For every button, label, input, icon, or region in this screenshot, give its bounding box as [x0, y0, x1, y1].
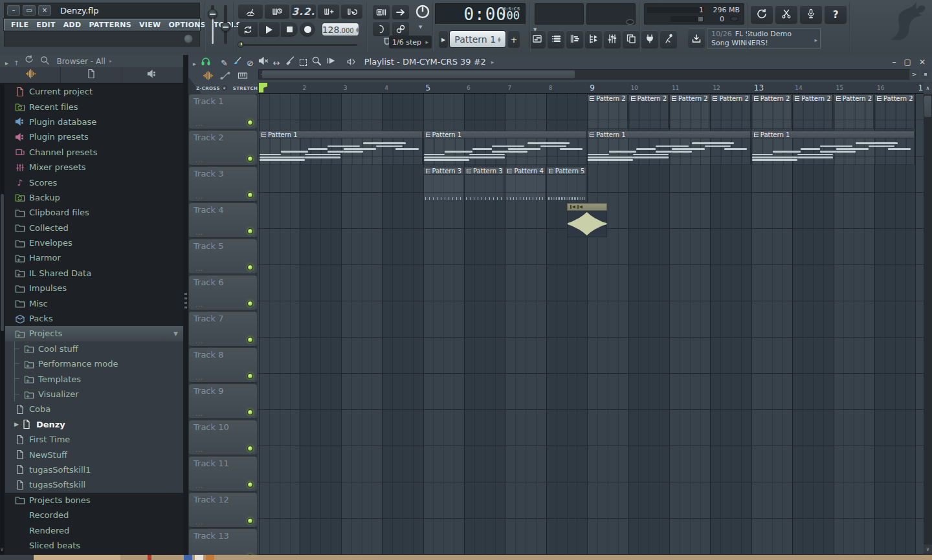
- scroll-up-button[interactable]: ∧: [924, 82, 932, 94]
- clip-header[interactable]: Pattern 3: [423, 167, 463, 175]
- track-led[interactable]: [247, 518, 253, 524]
- download-button[interactable]: [688, 28, 705, 48]
- playlist-maximize-button[interactable]: ▢: [904, 58, 911, 67]
- track-header-5[interactable]: Track 5...: [189, 239, 257, 274]
- browser-item-cool-stuff[interactable]: Cool stuff: [5, 341, 183, 356]
- clip-pattern-2[interactable]: Pattern 2: [874, 94, 915, 129]
- tempo-display[interactable]: 128.000▲▼: [322, 23, 359, 36]
- typing-keyboard-button[interactable]: [373, 5, 390, 19]
- menu-file[interactable]: FILE: [7, 21, 32, 29]
- browser-item-coba[interactable]: Coba: [5, 402, 183, 416]
- track-options[interactable]: ...: [195, 229, 204, 236]
- track-header-13[interactable]: Track 13...: [189, 529, 257, 555]
- track-options[interactable]: ...: [195, 410, 204, 417]
- record-button[interactable]: [300, 21, 315, 37]
- track-options[interactable]: ...: [195, 120, 204, 127]
- shuffle-slider-knob[interactable]: [238, 41, 244, 48]
- track-options[interactable]: ...: [195, 301, 204, 308]
- piano-roll-button[interactable]: [566, 30, 583, 48]
- slip-tool[interactable]: ⊘: [247, 58, 254, 68]
- clip-pattern-2[interactable]: Pattern 2: [669, 94, 709, 129]
- slice-tool[interactable]: [285, 56, 295, 66]
- clip-header[interactable]: Pattern 5: [546, 167, 586, 175]
- browser-item-harmor[interactable]: Harmor: [5, 250, 183, 265]
- arrow-tool[interactable]: ▸: [193, 60, 196, 67]
- loop-record-button[interactable]: [341, 4, 362, 19]
- chevron-down-icon[interactable]: ▼: [173, 330, 178, 337]
- track-header-3[interactable]: Track 3...: [189, 167, 257, 202]
- song-loop-button[interactable]: [238, 21, 258, 37]
- track-options[interactable]: ...: [195, 519, 204, 526]
- help-button[interactable]: ?: [825, 5, 847, 24]
- browser-item-envelopes[interactable]: Envelopes: [5, 235, 183, 250]
- track-led[interactable]: [247, 120, 253, 125]
- playhead-flag[interactable]: [259, 83, 267, 92]
- track-led[interactable]: [247, 228, 253, 234]
- track-options[interactable]: ...: [195, 156, 204, 164]
- playlist-close-button[interactable]: ✕: [919, 58, 926, 67]
- undo-button[interactable]: [751, 5, 773, 24]
- select-tool[interactable]: [300, 59, 307, 66]
- browser-item-tugassoftskill[interactable]: tugasSoftskill: [5, 477, 183, 492]
- clip-header[interactable]: Pattern 3: [464, 167, 504, 175]
- pattern-spinner[interactable]: ▲▼: [498, 37, 501, 42]
- clip-header[interactable]: Pattern 1: [259, 131, 423, 138]
- pedal-button[interactable]: [373, 21, 390, 36]
- browser-item-plugin-database[interactable]: Plugin database: [5, 114, 183, 129]
- close-button[interactable]: ×: [38, 5, 51, 16]
- browser-tab-file[interactable]: [61, 67, 122, 83]
- clip-pattern-3[interactable]: Pattern 3: [423, 167, 463, 202]
- browser-item-sliced-beats[interactable]: Sliced beats: [5, 538, 183, 553]
- stop-button[interactable]: [281, 21, 298, 37]
- scroll-down-icon[interactable]: ∨: [0, 546, 4, 552]
- browser-scrollbar-thumb[interactable]: [1, 194, 4, 331]
- taskbar-icon[interactable]: [184, 555, 192, 560]
- touch-controller-button[interactable]: [660, 30, 677, 48]
- track-options[interactable]: ...: [195, 446, 204, 453]
- headphones-tool[interactable]: [201, 56, 211, 66]
- menu-add[interactable]: ADD: [60, 21, 85, 29]
- taskbar-app[interactable]: [34, 555, 120, 560]
- track-led[interactable]: [247, 337, 253, 343]
- browser-item-tugassoftskill1[interactable]: tugasSoftskill1: [5, 462, 183, 477]
- minimize-button[interactable]: –: [7, 5, 20, 16]
- track-header-4[interactable]: Track 4...: [189, 203, 257, 238]
- browser-item-clipboard-files[interactable]: Clipboard files: [5, 205, 183, 220]
- browser-item-current-project[interactable]: Current project: [5, 84, 183, 99]
- track-led[interactable]: [247, 192, 253, 198]
- taskbar-icon[interactable]: [195, 555, 203, 560]
- clip-header[interactable]: [567, 203, 607, 211]
- browser-item-projects[interactable]: Projects▼: [5, 326, 183, 341]
- playlist-grid[interactable]: Pattern 2Pattern 2Pattern 2Pattern 2Patt…: [258, 94, 924, 555]
- browser-tab-waveform[interactable]: [0, 67, 61, 83]
- browser-item-performance-mode[interactable]: Performance mode: [5, 356, 183, 371]
- taskbar-start[interactable]: [0, 555, 34, 560]
- plugin-picker-button[interactable]: [623, 30, 639, 48]
- clip-pattern-2[interactable]: Pattern 2: [587, 94, 627, 129]
- os-taskbar[interactable]: [0, 555, 932, 560]
- track-header-12[interactable]: Track 12...: [189, 493, 257, 528]
- browser-item-scores[interactable]: ♪Scores: [5, 175, 183, 189]
- menu-options[interactable]: OPTIONS: [164, 21, 210, 29]
- app-titlebar[interactable]: – ▭ × Denzy.flp: [4, 3, 200, 18]
- track-header-2[interactable]: Track 2...: [189, 131, 257, 166]
- browser-item-denzy[interactable]: ▶Denzy: [5, 417, 183, 432]
- clip-header[interactable]: Pattern 2: [628, 94, 669, 102]
- track-header-10[interactable]: Track 10...: [189, 420, 257, 455]
- forward-icon[interactable]: ▸: [5, 59, 8, 67]
- clip-pattern-1[interactable]: Pattern 1: [751, 131, 915, 166]
- track-led[interactable]: [247, 301, 253, 307]
- chevron-right-icon[interactable]: ▸: [109, 58, 112, 64]
- plugin-button[interactable]: [641, 30, 658, 48]
- clip-pattern-2[interactable]: Pattern 2: [710, 94, 750, 129]
- playlist-vscrollbar[interactable]: ∧ ∨: [924, 82, 932, 555]
- clip-header[interactable]: Pattern 2: [587, 94, 627, 102]
- automation-icon[interactable]: [220, 70, 230, 83]
- up-icon[interactable]: ↑: [14, 59, 19, 67]
- taskbar-icon[interactable]: [206, 555, 214, 560]
- browser-view-button[interactable]: [585, 30, 602, 48]
- clip-pattern-2[interactable]: Pattern 2: [751, 94, 792, 129]
- track-led[interactable]: [247, 482, 253, 488]
- play-button[interactable]: [259, 21, 280, 37]
- browser-item-packs[interactable]: Packs: [5, 311, 183, 326]
